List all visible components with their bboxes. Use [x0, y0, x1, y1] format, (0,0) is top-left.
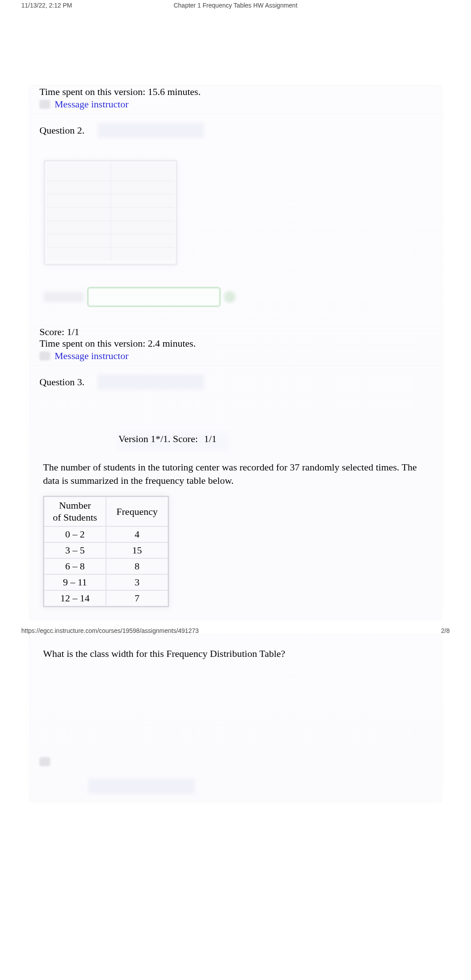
q1-time-spent: Time spent on this version: 15.6 minutes… — [30, 86, 441, 98]
table-row: 12 – 14 7 — [44, 590, 168, 606]
question-2-scorepill-redacted — [98, 123, 204, 138]
question-3-followup: What is the class width for this Frequen… — [30, 635, 441, 660]
question-3-continued: What is the class width for this Frequen… — [29, 634, 442, 802]
print-title: Chapter 1 Frequency Tables HW Assignment — [173, 2, 297, 9]
answer-correct-icon — [224, 291, 236, 303]
redacted-icon — [39, 757, 50, 766]
col1-header-line2: of Students — [53, 512, 97, 523]
freq-cell: 4 — [106, 526, 168, 542]
question-3-scorepill-redacted — [98, 375, 204, 390]
print-url: https://egcc.instructure.com/courses/195… — [21, 627, 199, 634]
version-text: Version 1*/1. Score: — [118, 433, 198, 445]
table-row: 9 – 11 3 — [44, 574, 168, 590]
message-icon — [39, 352, 50, 360]
print-page-number: 2/8 — [441, 627, 450, 634]
freq-cell: 8 — [106, 558, 168, 574]
print-footer: https://egcc.instructure.com/courses/195… — [0, 623, 471, 634]
table-row: 3 – 5 15 — [44, 542, 168, 558]
redacted-row — [30, 753, 441, 771]
message-icon — [39, 100, 50, 109]
col1-header-line1: Number — [59, 500, 91, 511]
range-cell: 12 – 14 — [44, 590, 106, 606]
table-row: 0 – 2 4 — [44, 526, 168, 542]
freq-cell: 3 — [106, 574, 168, 590]
range-cell: 9 – 11 — [44, 574, 106, 590]
version-score: 1/1 — [204, 433, 216, 445]
range-cell: 3 – 5 — [44, 542, 106, 558]
redacted-pill — [88, 778, 195, 794]
question-3-version-row: Version 1*/1. Score: 1/1 — [30, 392, 441, 453]
message-instructor-link[interactable]: Message instructor — [55, 99, 129, 110]
q2-score: Score: 1/1 — [30, 320, 441, 338]
redacted-footer-row — [30, 771, 441, 802]
question-1-trailer: Time spent on this version: 15.6 minutes… — [29, 86, 442, 620]
question-3-body: The number of students in the tutoring c… — [30, 453, 441, 607]
answer-label-redacted — [44, 292, 84, 302]
freq-cell: 15 — [106, 542, 168, 558]
range-cell: 6 – 8 — [44, 558, 106, 574]
answer-input-redacted[interactable] — [87, 287, 220, 307]
col-header-frequency: Frequency — [106, 497, 168, 526]
freq-cell: 7 — [106, 590, 168, 606]
question-3-prompt: The number of students in the tutoring c… — [43, 461, 428, 487]
print-timestamp: 11/13/22, 2:12 PM — [21, 2, 72, 9]
print-header: 11/13/22, 2:12 PM Chapter 1 Frequency Ta… — [0, 0, 471, 9]
question-2-table-redacted — [44, 160, 177, 265]
question-2-header: Question 2. — [30, 114, 441, 147]
table-row: 6 – 8 8 — [44, 558, 168, 574]
question-2-answer-row — [44, 287, 441, 307]
range-cell: 0 – 2 — [44, 526, 106, 542]
message-instructor-link[interactable]: Message instructor — [55, 350, 129, 362]
frequency-table: Number of Students Frequency 0 – 2 4 3 –… — [43, 496, 169, 607]
question-3-header: Question 3. — [30, 365, 441, 392]
q2-time-spent: Time spent on this version: 2.4 minutes. — [30, 338, 441, 349]
question-2-label: Question 2. — [39, 125, 84, 136]
question-3-label: Question 3. — [39, 376, 84, 388]
col-header-number-of-students: Number of Students — [44, 497, 106, 526]
table-header-row: Number of Students Frequency — [44, 497, 168, 526]
